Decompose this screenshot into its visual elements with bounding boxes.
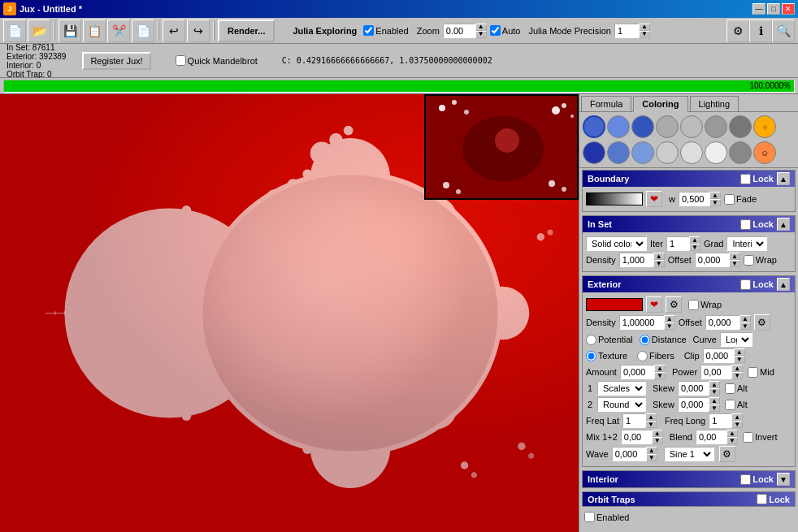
interior-collapse[interactable]: ▼ [777,473,790,486]
preset-1[interactable] [583,115,605,138]
preset-13[interactable] [680,141,703,164]
power-input[interactable] [700,365,731,379]
wave-down[interactable]: ▼ [646,454,657,461]
register-button[interactable]: Register Jux! [82,52,150,70]
orbit-traps-lock-checkbox[interactable] [757,494,767,504]
offset-down-inset[interactable]: ▼ [729,260,740,267]
offset-input-ext[interactable] [705,315,739,330]
boundary-w-down[interactable]: ▼ [709,199,721,206]
mix-input[interactable] [621,430,652,444]
preset-3[interactable] [631,115,654,138]
row1-skew-input[interactable] [678,381,709,396]
zoom-down[interactable]: ▼ [475,31,487,38]
freq-lat-input[interactable] [622,413,645,428]
interior-lock-checkbox[interactable] [740,474,751,485]
preset-4[interactable] [656,115,679,138]
quick-mandelbrot-checkbox[interactable] [176,55,186,66]
auto-checkbox[interactable] [490,25,501,36]
density-down-ext[interactable]: ▼ [664,322,675,330]
curve-select[interactable]: Log [720,332,752,347]
fade-checkbox[interactable] [724,194,735,205]
power-down[interactable]: ▼ [731,372,743,379]
boundary-collapse[interactable]: ▲ [777,172,790,185]
cut-btn[interactable]: ✂️ [107,19,130,42]
enabled-checkbox[interactable] [584,512,595,522]
precision-input[interactable] [614,24,639,38]
texture-radio[interactable] [586,351,596,361]
preset-15[interactable] [729,141,752,164]
exterior-gear-btn[interactable]: ⚙ [666,296,682,313]
row2-skew-input[interactable] [678,397,709,412]
clip-input[interactable] [703,348,734,363]
power-up[interactable]: ▲ [731,365,743,372]
mix-up[interactable]: ▲ [652,430,663,437]
amount-up[interactable]: ▲ [654,365,666,372]
density-input-inset[interactable] [619,253,653,267]
preset-12[interactable] [656,141,679,164]
tab-coloring[interactable]: Coloring [633,96,687,112]
preset-7[interactable] [729,115,752,138]
preset-5[interactable] [680,115,703,138]
density-input-ext[interactable] [619,315,664,330]
minimize-btn[interactable]: — [752,3,765,15]
iter-input[interactable] [666,236,689,251]
row2-dropdown[interactable]: Round [597,397,646,412]
solid-color-select[interactable]: Solid color [586,236,647,251]
precision-down[interactable]: ▼ [639,31,650,38]
wave-input[interactable] [612,447,646,461]
offset-up-ext[interactable]: ▲ [739,315,751,322]
freq-long-down[interactable]: ▼ [731,421,743,428]
preset-6[interactable] [705,115,727,138]
zoom-input[interactable] [443,24,475,38]
boundary-lock-checkbox[interactable] [740,174,751,184]
save-btn[interactable]: 💾 [59,19,81,42]
open-btn[interactable]: 📂 [28,19,50,42]
grad-select[interactable]: Interic [726,236,767,251]
row1-dropdown[interactable]: Scales [597,381,646,396]
undo-btn[interactable]: ↩ [163,19,185,42]
exterior-lock-checkbox[interactable] [740,279,751,290]
copy-btn[interactable]: 📋 [83,19,106,42]
iter-down[interactable]: ▼ [689,244,700,251]
preset-8[interactable]: ★ [753,115,776,138]
freq-long-input[interactable] [709,413,731,428]
preset-11[interactable] [631,141,654,164]
freq-lat-down[interactable]: ▼ [645,421,657,428]
row1-alt-checkbox[interactable] [725,383,735,394]
offset-special-btn[interactable]: ⚙ [754,314,770,331]
wave-up[interactable]: ▲ [646,447,657,454]
preset-10[interactable] [607,141,630,164]
row2-skew-down[interactable]: ▼ [709,404,720,412]
offset-down-ext[interactable]: ▼ [739,322,751,330]
row2-skew-up[interactable]: ▲ [709,397,720,404]
offset-up-inset[interactable]: ▲ [729,253,740,260]
close-btn[interactable]: ✕ [782,3,795,15]
clip-down[interactable]: ▼ [734,356,745,363]
exterior-color-btn[interactable]: ❤ [646,296,662,313]
preset-16[interactable]: ☺ [753,141,776,164]
row1-skew-up[interactable]: ▲ [709,381,720,388]
tab-formula[interactable]: Formula [581,96,631,111]
invert-checkbox[interactable] [743,432,753,443]
maximize-btn[interactable]: □ [767,3,780,15]
clip-up[interactable]: ▲ [734,348,745,356]
preset-2[interactable] [607,115,630,138]
boundary-w-input[interactable] [679,192,709,206]
boundary-color-btn[interactable]: ❤ [646,191,662,207]
density-up-inset[interactable]: ▲ [653,253,665,260]
wave-special-btn[interactable]: ⚙ [719,446,735,462]
in-set-lock-checkbox[interactable] [740,219,751,230]
distance-radio[interactable] [640,335,650,345]
settings-btn[interactable]: ⚙ [726,19,749,42]
wave-type-select[interactable]: Sine 1 [664,447,714,461]
new-btn[interactable]: 📄 [3,19,26,42]
redo-btn[interactable]: ↪ [187,19,210,42]
mix-down[interactable]: ▼ [652,437,663,444]
fractal-canvas[interactable] [0,94,579,532]
paste-btn[interactable]: 📄 [132,19,154,42]
boundary-color-swatch[interactable] [586,192,643,205]
tab-lighting[interactable]: Lighting [690,96,739,111]
julia-enabled-checkbox[interactable] [363,25,374,36]
exterior-wrap-checkbox[interactable] [688,300,699,310]
row1-skew-down[interactable]: ▼ [709,388,720,396]
